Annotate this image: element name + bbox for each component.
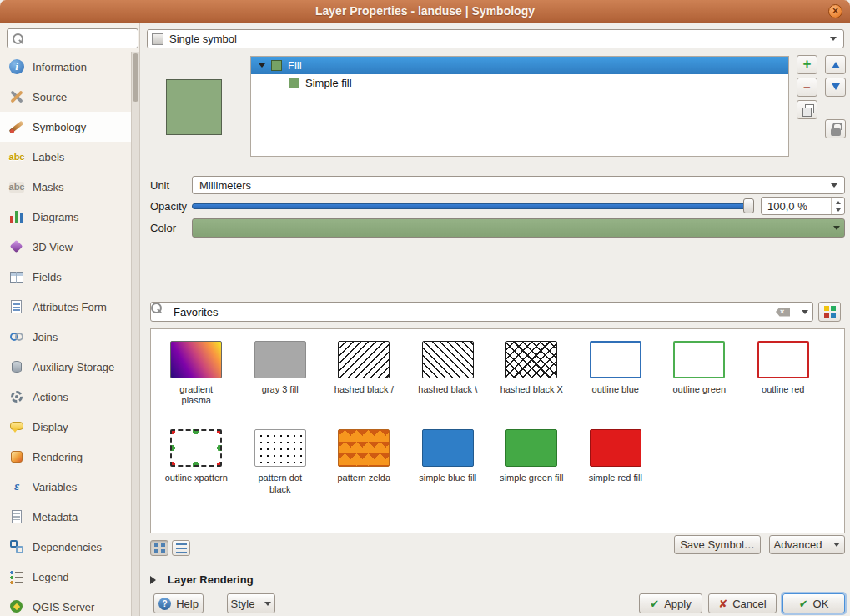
sidebar-item-dependencies[interactable]: Dependencies: [0, 532, 131, 562]
unit-combobox[interactable]: Millimeters: [192, 176, 845, 194]
symbol-item-outline-xpattern[interactable]: outline xpattern: [154, 418, 239, 494]
sidebar-search-input[interactable]: [28, 33, 138, 45]
style-manager-button[interactable]: [818, 302, 841, 322]
list-view-icon: [176, 543, 187, 553]
slider-track[interactable]: [192, 203, 751, 209]
sidebar-item-diagrams[interactable]: Diagrams: [0, 202, 131, 232]
sidebar-item-label: Symbology: [33, 121, 86, 133]
sidebar-item-labels[interactable]: Labels: [0, 142, 131, 172]
apply-label: Apply: [664, 598, 692, 610]
sidebar-item-label: Actions: [33, 391, 68, 403]
sidebar-item-masks[interactable]: Masks: [0, 172, 131, 202]
symbol-label: pattern zelda: [337, 473, 390, 483]
symbol-preview: [338, 341, 390, 378]
tree-row-fill[interactable]: Fill: [251, 57, 788, 74]
sidebar-item-legend[interactable]: Legend: [0, 562, 131, 592]
symbology-icon: [8, 118, 25, 135]
list-view-button[interactable]: [172, 540, 190, 556]
symbol-item-simple-red-fill[interactable]: simple red fill: [574, 418, 658, 494]
help-button[interactable]: Help: [153, 593, 204, 613]
symbol-item-pattern-dot-black[interactable]: pattern dot black: [239, 418, 323, 494]
advanced-label: Advanced: [774, 538, 822, 551]
cancel-button[interactable]: Cancel: [708, 593, 777, 613]
symbol-preview: [505, 341, 557, 378]
symbol-preview: [590, 429, 641, 467]
symbol-label: hashed black X: [500, 384, 563, 395]
symbol-item-gray-3-fill[interactable]: gray 3 fill: [239, 329, 323, 406]
filter-dropdown-arrow[interactable]: [797, 303, 812, 321]
advanced-button[interactable]: Advanced: [769, 535, 845, 554]
symbol-filter-input[interactable]: [174, 306, 776, 318]
help-icon: [158, 598, 171, 610]
symbol-item-pattern-zelda[interactable]: pattern zelda: [322, 418, 406, 494]
symbology-panel: Single symbol Fill Simple fill Unit Mill…: [140, 23, 850, 616]
sidebar-scrollbar[interactable]: [131, 52, 139, 616]
opacity-spinbox[interactable]: 100,0 %: [761, 197, 845, 215]
symbol-item-outline-blue[interactable]: outline blue: [574, 329, 658, 406]
sidebar-item-metadata[interactable]: Metadata: [0, 502, 131, 532]
sidebar-item-3d-view[interactable]: 3D View: [0, 232, 131, 262]
symbol-label: outline xpattern: [165, 473, 228, 483]
style-button[interactable]: Style: [227, 593, 275, 613]
close-button[interactable]: [828, 4, 842, 18]
renderer-combobox[interactable]: Single symbol: [147, 29, 844, 48]
attributes-form-icon: [8, 298, 25, 315]
remove-symbol-layer-button[interactable]: [797, 78, 817, 97]
sidebar-item-attributes-form[interactable]: Attributes Form: [0, 292, 131, 322]
tree-row-simple-fill[interactable]: Simple fill: [251, 74, 788, 92]
layer-rendering-section[interactable]: Layer Rendering: [150, 573, 254, 586]
symbol-item-outline-red[interactable]: outline red: [742, 329, 826, 406]
sidebar-item-label: Auxiliary Storage: [33, 361, 114, 373]
symbol-preview: [505, 429, 557, 467]
scrollbar-thumb[interactable]: [133, 53, 138, 102]
symbol-item-hashed-black-x[interactable]: hashed black X: [490, 329, 574, 406]
move-up-button[interactable]: [825, 55, 846, 74]
sidebar-item-label: Joins: [33, 331, 58, 343]
duplicate-symbol-layer-button[interactable]: [797, 100, 817, 119]
expand-arrow-icon[interactable]: [259, 63, 265, 71]
sidebar-item-source[interactable]: Source: [0, 82, 131, 112]
spin-up-icon[interactable]: [832, 198, 844, 206]
sidebar-item-rendering[interactable]: Rendering: [0, 442, 131, 472]
sidebar-item-label: Metadata: [33, 511, 78, 523]
apply-button[interactable]: Apply: [639, 593, 702, 613]
dependencies-icon: [8, 538, 25, 555]
sidebar-search-box[interactable]: [7, 28, 138, 48]
symbol-item-hashed-black-back[interactable]: hashed black \: [406, 329, 490, 406]
symbol-preview: [254, 429, 306, 467]
sidebar-item-actions[interactable]: Actions: [0, 382, 131, 412]
symbol-item-simple-green-fill[interactable]: simple green fill: [490, 418, 574, 494]
symbol-item-gradient-plasma[interactable]: gradient plasma: [154, 329, 239, 406]
symbol-item-simple-blue-fill[interactable]: simple blue fill: [406, 418, 490, 494]
add-symbol-layer-button[interactable]: [797, 55, 817, 74]
style-manager-icon: [823, 305, 837, 318]
save-symbol-button[interactable]: Save Symbol…: [674, 535, 761, 554]
icon-view-button[interactable]: [150, 540, 168, 556]
collapsed-arrow-icon[interactable]: [150, 576, 160, 584]
symbol-item-outline-green[interactable]: outline green: [657, 329, 742, 406]
sidebar-item-label: Display: [33, 421, 68, 433]
sidebar-item-symbology[interactable]: Symbology: [0, 112, 131, 142]
move-down-button[interactable]: [825, 78, 846, 97]
sidebar-item-variables[interactable]: Variables: [0, 472, 131, 502]
sidebar-item-qgis-server[interactable]: QGIS Server: [0, 592, 131, 616]
opacity-slider[interactable]: [192, 197, 754, 215]
sidebar-item-joins[interactable]: Joins: [0, 322, 131, 352]
sidebar-item-label: Diagrams: [33, 211, 79, 223]
symbol-item-hashed-black-fwd[interactable]: hashed black /: [322, 329, 406, 406]
slider-handle[interactable]: [743, 198, 754, 213]
lock-colors-button[interactable]: [825, 119, 846, 138]
tree-node-label: Fill: [288, 59, 302, 72]
symbol-filter-box[interactable]: [150, 302, 813, 322]
sidebar-item-display[interactable]: Display: [0, 412, 131, 442]
sidebar-item-fields[interactable]: Fields: [0, 262, 131, 292]
ok-button[interactable]: OK: [782, 593, 845, 613]
color-button[interactable]: [192, 218, 845, 238]
clear-filter-icon[interactable]: [776, 308, 790, 317]
spin-down-icon[interactable]: [832, 206, 844, 214]
symbol-gallery: gradient plasma gray 3 fill hashed black…: [150, 328, 845, 533]
sidebar-item-information[interactable]: Information: [0, 52, 131, 82]
symbol-preview: [673, 341, 725, 378]
sidebar-item-auxiliary-storage[interactable]: Auxiliary Storage: [0, 352, 131, 382]
titlebar[interactable]: Layer Properties - landuse | Symbology: [0, 0, 850, 23]
